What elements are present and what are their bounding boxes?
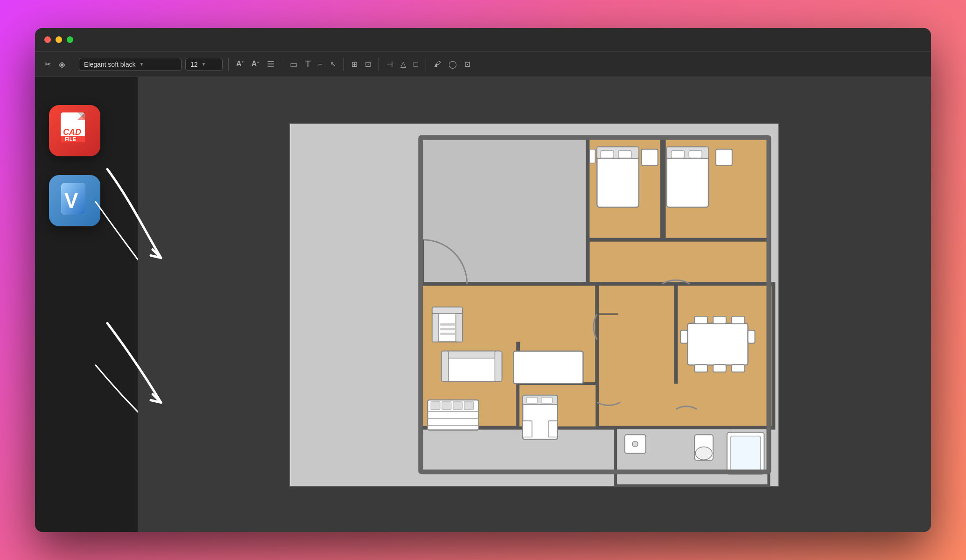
text-size-down-icon[interactable]: A− bbox=[250, 58, 261, 70]
titlebar bbox=[35, 28, 931, 51]
text-tool-icon[interactable]: T bbox=[303, 57, 313, 71]
floorplan bbox=[289, 123, 779, 487]
minimize-button[interactable] bbox=[56, 36, 62, 43]
svg-rect-54 bbox=[589, 149, 595, 163]
svg-rect-41 bbox=[442, 401, 451, 409]
svg-rect-31 bbox=[456, 313, 462, 342]
font-family-dropdown[interactable]: Elegant soft black ▼ bbox=[79, 58, 182, 71]
separator-2 bbox=[228, 58, 229, 71]
svg-rect-34 bbox=[440, 332, 456, 335]
svg-rect-43 bbox=[464, 401, 474, 409]
circle-icon[interactable]: ◯ bbox=[447, 58, 459, 70]
svg-rect-42 bbox=[453, 401, 462, 409]
crop-icon[interactable]: ⊡ bbox=[462, 58, 472, 70]
svg-rect-66 bbox=[713, 364, 726, 372]
main-area: CAD FILE bbox=[35, 77, 931, 532]
triangle-icon[interactable]: △ bbox=[399, 58, 408, 70]
svg-rect-61 bbox=[687, 323, 748, 365]
angle-tool-icon[interactable]: ⌐ bbox=[316, 58, 324, 70]
separator-4 bbox=[343, 58, 344, 71]
rectangle-icon[interactable]: ▭ bbox=[288, 57, 300, 71]
svg-rect-69 bbox=[748, 330, 755, 343]
separator-1 bbox=[73, 58, 73, 71]
svg-rect-51 bbox=[601, 150, 614, 158]
svg-rect-33 bbox=[440, 328, 456, 330]
text-size-up-icon[interactable]: A+ bbox=[234, 58, 246, 70]
svg-rect-32 bbox=[440, 323, 456, 325]
font-family-value: Elegant soft black bbox=[84, 61, 136, 68]
svg-rect-67 bbox=[732, 364, 745, 372]
layers-icon[interactable]: ⊞ bbox=[350, 58, 359, 70]
font-size-chevron: ▼ bbox=[202, 62, 206, 67]
svg-rect-47 bbox=[689, 150, 702, 158]
svg-rect-26 bbox=[441, 351, 448, 381]
svg-rect-27 bbox=[495, 351, 502, 381]
svg-rect-48 bbox=[716, 149, 732, 165]
left-panel: CAD FILE bbox=[35, 77, 138, 532]
close-button[interactable] bbox=[44, 36, 51, 43]
align-left-icon[interactable]: ⊣ bbox=[385, 58, 395, 70]
align-icon[interactable]: ☰ bbox=[265, 57, 276, 71]
scissors-icon[interactable]: ✂ bbox=[42, 57, 53, 71]
svg-rect-40 bbox=[431, 401, 440, 409]
cursor-icon[interactable]: ↖ bbox=[328, 58, 338, 70]
magic-wand-icon[interactable]: ◈ bbox=[57, 57, 67, 71]
separator-3 bbox=[282, 58, 282, 71]
svg-rect-68 bbox=[680, 330, 687, 343]
arrows-svg bbox=[35, 77, 138, 532]
svg-rect-30 bbox=[432, 313, 439, 342]
svg-rect-59 bbox=[523, 420, 532, 437]
separator-6 bbox=[426, 58, 426, 71]
svg-rect-52 bbox=[618, 150, 631, 158]
canvas-area[interactable] bbox=[138, 77, 931, 532]
floorplan-svg bbox=[290, 124, 778, 486]
font-size-dropdown[interactable]: 12 ▼ bbox=[185, 58, 223, 71]
separator-5 bbox=[378, 58, 379, 71]
maximize-button[interactable] bbox=[67, 36, 73, 43]
svg-point-71 bbox=[695, 447, 712, 460]
svg-rect-53 bbox=[642, 149, 658, 165]
rect-outline-icon[interactable]: □ bbox=[412, 58, 420, 70]
svg-point-73 bbox=[632, 441, 638, 447]
svg-rect-14 bbox=[420, 137, 588, 283]
svg-rect-75 bbox=[731, 436, 761, 470]
svg-rect-25 bbox=[441, 351, 502, 358]
app-window: ✂ ◈ Elegant soft black ▼ 12 ▼ A+ A− ☰ ▭ … bbox=[35, 28, 931, 532]
svg-rect-60 bbox=[548, 420, 558, 437]
frame-icon[interactable]: ⊡ bbox=[363, 58, 373, 70]
svg-rect-63 bbox=[713, 316, 726, 323]
svg-rect-64 bbox=[732, 316, 745, 323]
toolbar: ✂ ◈ Elegant soft black ▼ 12 ▼ A+ A− ☰ ▭ … bbox=[35, 51, 931, 77]
svg-rect-65 bbox=[694, 364, 707, 372]
svg-rect-58 bbox=[541, 397, 553, 403]
font-size-value: 12 bbox=[190, 61, 198, 68]
svg-rect-57 bbox=[526, 397, 538, 403]
svg-rect-46 bbox=[671, 150, 684, 158]
svg-rect-35 bbox=[513, 351, 583, 384]
fill-icon[interactable]: 🖌 bbox=[432, 58, 443, 70]
svg-rect-62 bbox=[694, 316, 707, 323]
font-family-chevron: ▼ bbox=[140, 62, 144, 67]
svg-rect-29 bbox=[432, 307, 462, 313]
